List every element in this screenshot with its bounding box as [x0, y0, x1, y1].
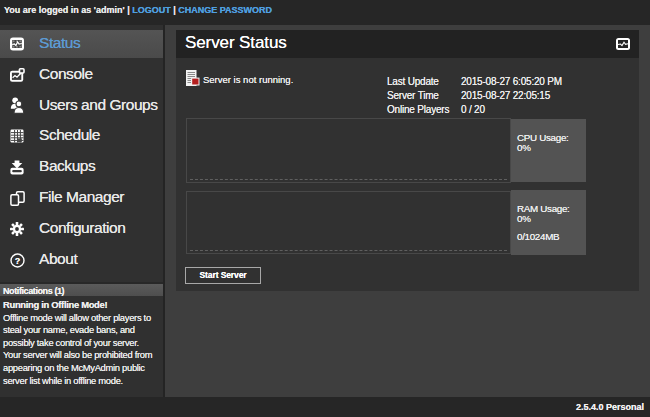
- svg-text:?: ?: [15, 255, 21, 265]
